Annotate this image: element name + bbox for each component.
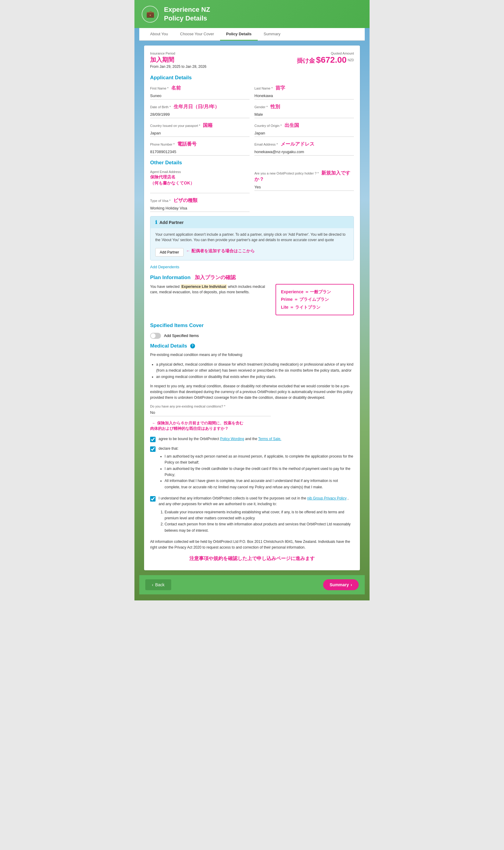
summary-arrow-icon: › bbox=[350, 582, 352, 587]
app-icon: 💼 bbox=[142, 6, 159, 23]
nav-tabs: About You Choose Your Cover Policy Detai… bbox=[139, 28, 365, 41]
footer-privacy-text: All information collected will be held b… bbox=[150, 539, 354, 550]
country-passport-select[interactable]: Japan bbox=[150, 130, 250, 137]
checkbox-policy-wording-input[interactable] bbox=[150, 437, 156, 442]
insurance-period-left: Insurance Period 加入期間 From Jan 29, 2025 … bbox=[150, 52, 206, 69]
visa-group: Type of Visa * ビザの種類 Working Holiday Vis… bbox=[150, 197, 250, 212]
plan-comparison-box: Experience ＝ 一般プラン Prime ＝ プライムプラン Lite … bbox=[275, 284, 354, 315]
country-passport-jp: 国籍 bbox=[203, 123, 213, 128]
tab-policy-details[interactable]: Policy Details bbox=[220, 28, 258, 41]
policy-wording-link[interactable]: Policy Wording bbox=[220, 437, 244, 441]
agent-label: Agent Email Address bbox=[150, 170, 250, 174]
checkbox-privacy-input[interactable] bbox=[150, 496, 156, 502]
gender-group: Gender * 性別 Male Female bbox=[254, 104, 354, 118]
info-circle-icon: ℹ bbox=[155, 219, 157, 225]
country-passport-group: Country Issued on your passport * 国籍 Jap… bbox=[150, 122, 250, 137]
add-dependents-link[interactable]: Add Dependents bbox=[150, 265, 354, 269]
checkbox-policy-wording: agree to be bound by the OrbitProtect Po… bbox=[150, 436, 354, 442]
dob-jp: 生年月日（日/月/年） bbox=[174, 104, 220, 109]
insurance-period-date: From Jan 29, 2025 to Jan 28, 2026 bbox=[150, 65, 206, 69]
plan-info-jp: 加入プランの確認 bbox=[195, 275, 236, 280]
country-row: Country Issued on your passport * 国籍 Jap… bbox=[150, 122, 354, 137]
phone-input[interactable] bbox=[150, 148, 250, 156]
add-partner-annotation: ← 配偶者を追加する場合はここから bbox=[186, 248, 255, 254]
bottom-annotation: 注意事項や規約を確認した上で申し込みページに進みます bbox=[150, 556, 354, 562]
first-name-label: First Name * 名前 bbox=[150, 85, 250, 91]
add-partner-header: ℹ Add Partner bbox=[150, 216, 354, 228]
insurance-period-right: Quoted Amount 掛け金 $672.00 NZD bbox=[297, 52, 354, 65]
email-input[interactable] bbox=[254, 148, 354, 156]
country-origin-group: Country of Origin * 出生国 Japan bbox=[254, 122, 354, 137]
country-origin-label: Country of Origin * 出生国 bbox=[254, 122, 354, 129]
other-details-heading: Other Details bbox=[150, 160, 354, 166]
tab-summary[interactable]: Summary bbox=[258, 28, 287, 41]
email-jp: メールアドレス bbox=[281, 141, 314, 146]
checkbox-declare-label: declare that: I am authorised by each pe… bbox=[159, 446, 354, 492]
specified-items-heading: Specified Items Cover bbox=[150, 323, 354, 328]
visa-spacer bbox=[254, 197, 354, 212]
last-name-group: Last Name * 苗字 bbox=[254, 85, 354, 100]
declaration-bullet1: I am authorised by each person named as … bbox=[165, 453, 354, 466]
new-policy-label: Are you a new OrbitProtect policy holder… bbox=[254, 170, 354, 183]
summary-button[interactable]: Summary › bbox=[323, 579, 359, 590]
specified-items-toggle[interactable] bbox=[150, 333, 161, 339]
first-name-jp: 名前 bbox=[171, 85, 181, 90]
first-name-input[interactable] bbox=[150, 92, 250, 100]
add-partner-title: Add Partner bbox=[160, 220, 184, 225]
last-name-jp: 苗字 bbox=[275, 85, 285, 90]
footer-buttons: ‹ Back Summary › bbox=[139, 575, 365, 594]
medical-details-heading-row: Medical Details ? bbox=[150, 343, 354, 349]
new-policy-group: Are you a new OrbitProtect policy holder… bbox=[254, 170, 354, 193]
back-button-label: Back bbox=[155, 582, 165, 587]
tab-choose-cover[interactable]: Choose Your Cover bbox=[174, 28, 220, 41]
email-label: Email Address * メールアドレス bbox=[254, 141, 354, 147]
contact-row: Phone Number * 電話番号 Email Address * メールア… bbox=[150, 141, 354, 156]
privacy-policy-link[interactable]: nib Group Privacy Policy bbox=[307, 496, 347, 500]
app-header: 💼 Experience NZ Policy Details bbox=[134, 0, 370, 28]
gender-jp: 性別 bbox=[270, 104, 280, 109]
pre-existing-question-row: Do you have any pre-existing medical con… bbox=[150, 404, 354, 416]
applicant-details-heading: Applicant Details bbox=[150, 75, 354, 81]
visa-row: Type of Visa * ビザの種類 Working Holiday Vis… bbox=[150, 197, 354, 212]
checkbox-privacy: I understand that any information OrbitP… bbox=[150, 495, 354, 535]
phone-label: Phone Number * 電話番号 bbox=[150, 141, 250, 147]
specified-items-toggle-label: Add Specified Items bbox=[164, 333, 199, 338]
agent-jp-annotation: 保険代理店名 （何も書かなくてOK） bbox=[150, 175, 250, 186]
checkbox-policy-wording-label: agree to be bound by the OrbitProtect Po… bbox=[159, 436, 281, 442]
back-button[interactable]: ‹ Back bbox=[145, 579, 171, 590]
insurance-period-jp: 加入期間 bbox=[150, 56, 206, 64]
terms-of-sale-link[interactable]: Terms of Sale. bbox=[258, 437, 281, 441]
pre-existing-question-label: Do you have any pre-existing medical con… bbox=[150, 404, 271, 408]
quoted-jp: 掛け金 bbox=[297, 57, 315, 64]
tab-about-you[interactable]: About You bbox=[144, 28, 174, 41]
agent-input[interactable] bbox=[150, 186, 250, 193]
last-name-input[interactable] bbox=[254, 92, 354, 100]
dob-input[interactable] bbox=[150, 111, 250, 118]
pre-existing-select[interactable]: No Yes bbox=[150, 409, 271, 416]
declaration-bullet3: All information that I have given is com… bbox=[165, 478, 354, 490]
dob-group: Date of Birth * 生年月日（日/月/年） bbox=[150, 104, 250, 118]
pre-existing-list: a physical defect, medical condition or … bbox=[156, 361, 354, 380]
name-row: First Name * 名前 Last Name * 苗字 bbox=[150, 85, 354, 100]
quoted-amount-label: Quoted Amount bbox=[297, 52, 354, 55]
add-partner-button[interactable]: Add Partner bbox=[155, 248, 184, 256]
plan-comparison-line2: Prime ＝ プライムプラン bbox=[281, 296, 348, 303]
agent-group: Agent Email Address 保険代理店名 （何も書かなくてOK） bbox=[150, 170, 250, 193]
quoted-currency: NZD bbox=[347, 58, 354, 62]
privacy-bullet2: Contact each person from time to time wi… bbox=[165, 521, 354, 533]
summary-button-label: Summary bbox=[330, 582, 349, 587]
dob-gender-row: Date of Birth * 生年月日（日/月/年） Gender * 性別 … bbox=[150, 104, 354, 118]
plan-info-heading: Plan Information bbox=[150, 275, 191, 280]
add-partner-description: Your current application doesn't include… bbox=[155, 232, 345, 242]
quoted-amount-row: 掛け金 $672.00 NZD bbox=[297, 55, 354, 65]
add-partner-box: ℹ Add Partner Your current application d… bbox=[150, 216, 354, 260]
email-group: Email Address * メールアドレス bbox=[254, 141, 354, 156]
phone-jp: 電話番号 bbox=[177, 141, 197, 146]
plan-name-highlight: Experience Lite Individual bbox=[181, 284, 227, 289]
checkbox-declare-input[interactable] bbox=[150, 447, 156, 452]
specified-items-toggle-row: Add Specified Items bbox=[150, 333, 354, 339]
gender-select[interactable]: Male Female bbox=[254, 111, 354, 118]
new-policy-select[interactable]: Yes No bbox=[254, 184, 354, 191]
country-origin-select[interactable]: Japan bbox=[254, 130, 354, 137]
visa-select[interactable]: Working Holiday Visa bbox=[150, 205, 250, 212]
